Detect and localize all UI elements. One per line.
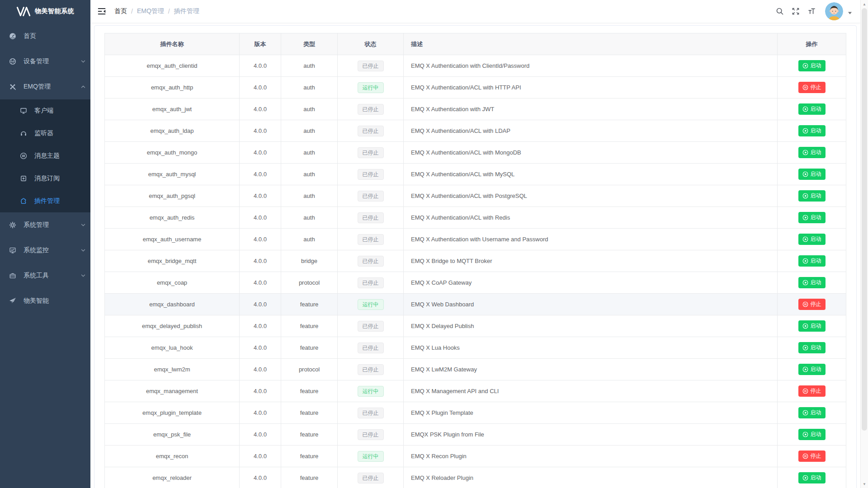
table-row: emqx_lua_hook4.0.0feature已停止EMQ X Lua Ho… — [105, 337, 846, 359]
actions-cell: 启动 — [778, 99, 846, 120]
sidebar-item-system-tools[interactable]: 系统工具 — [0, 263, 90, 288]
button-label: 停止 — [811, 388, 821, 394]
sidebar-item-wumei-smart[interactable]: 物美智能 — [0, 288, 90, 314]
sidebar-item-clients[interactable]: 客户端 — [0, 99, 90, 122]
pause-circle-icon — [802, 301, 808, 307]
top-navbar: 首页 / EMQ管理 / 插件管理 — [90, 0, 860, 23]
start-button[interactable]: 启动 — [798, 342, 826, 353]
breadcrumb-emq[interactable]: EMQ管理 — [137, 7, 164, 15]
caret-down-icon[interactable] — [848, 11, 852, 15]
play-circle-icon — [802, 366, 808, 372]
start-button[interactable]: 启动 — [798, 103, 826, 114]
scrollbar-up-icon[interactable]: ▲ — [861, 0, 868, 8]
breadcrumb: 首页 / EMQ管理 / 插件管理 — [114, 7, 199, 15]
sidebar-item-plugins[interactable]: 插件管理 — [0, 190, 90, 212]
type-cell: protocol — [281, 359, 338, 380]
sidebar-item-label: 系统工具 — [24, 272, 49, 280]
plugin-name-cell: emqx_auth_pgsql — [105, 185, 240, 207]
start-button[interactable]: 启动 — [798, 60, 826, 71]
sidebar-item-home[interactable]: 首页 — [0, 23, 90, 49]
play-circle-icon — [802, 280, 808, 286]
table-row: emqx_psk_file4.0.0feature已停止EMQX PSK Plu… — [105, 424, 846, 446]
play-circle-icon — [802, 63, 808, 69]
start-button[interactable]: 启动 — [798, 320, 826, 331]
app-logo[interactable]: 物美智能系统 — [0, 0, 90, 23]
col-header-version: 版本 — [240, 33, 281, 55]
scrollbar-down-icon[interactable]: ▼ — [861, 480, 868, 488]
type-cell: auth — [281, 142, 338, 164]
description-cell: EMQ X Authentication with JWT — [404, 99, 778, 120]
version-cell: 4.0.0 — [240, 250, 281, 272]
menu-collapse-icon[interactable] — [97, 7, 106, 16]
start-button[interactable]: 启动 — [798, 364, 826, 375]
chevron-up-icon — [80, 84, 86, 89]
sidebar-item-device-mgmt[interactable]: 设备管理 — [0, 49, 90, 74]
breadcrumb-home[interactable]: 首页 — [114, 7, 127, 15]
submenu-emq-mgmt: 客户端监听器消息主题消息订阅插件管理 — [0, 99, 90, 212]
play-circle-icon — [802, 475, 808, 481]
start-button[interactable]: 启动 — [798, 255, 826, 266]
play-circle-icon — [802, 215, 808, 221]
start-button[interactable]: 启动 — [798, 277, 826, 288]
sidebar-menu: 首页设备管理EMQ管理客户端监听器消息主题消息订阅插件管理系统管理系统监控系统工… — [0, 23, 90, 314]
status-cell: 运行中 — [338, 77, 404, 99]
plugin-name-cell: emqx_delayed_publish — [105, 315, 240, 337]
version-cell: 4.0.0 — [240, 424, 281, 446]
status-badge: 运行中 — [358, 82, 384, 93]
sidebar-item-system-monitor[interactable]: 系统监控 — [0, 238, 90, 263]
table-row: emqx_reloader4.0.0feature已停止EMQ X Reload… — [105, 467, 846, 488]
start-button[interactable]: 启动 — [798, 234, 826, 244]
chevron-down-icon — [80, 273, 86, 278]
type-cell: bridge — [281, 250, 338, 272]
status-cell: 已停止 — [338, 467, 404, 488]
version-cell: 4.0.0 — [240, 55, 281, 77]
play-circle-icon — [802, 432, 808, 437]
start-button[interactable]: 启动 — [798, 147, 826, 158]
start-button[interactable]: 启动 — [798, 190, 826, 201]
actions-cell: 停止 — [778, 446, 846, 467]
col-header-actions: 操作 — [778, 33, 846, 55]
actions-cell: 启动 — [778, 315, 846, 337]
start-button[interactable]: 启动 — [798, 472, 826, 483]
table-row: emqx_auth_redis4.0.0auth已停止EMQ X Authent… — [105, 207, 846, 229]
fullscreen-icon[interactable] — [792, 7, 800, 15]
start-button[interactable]: 启动 — [798, 125, 826, 136]
plugin-name-cell: emqx_dashboard — [105, 294, 240, 315]
search-icon[interactable] — [776, 7, 784, 15]
font-size-icon[interactable] — [807, 7, 816, 15]
client-monitor-icon — [20, 107, 27, 114]
sidebar-item-label: 物美智能 — [24, 297, 49, 305]
version-cell: 4.0.0 — [240, 294, 281, 315]
sidebar-item-subscriptions[interactable]: 消息订阅 — [0, 167, 90, 190]
stop-button[interactable]: 停止 — [798, 450, 826, 461]
start-button[interactable]: 启动 — [798, 212, 826, 223]
table-row: emqx_coap4.0.0protocol已停止EMQ X CoAP Gate… — [105, 272, 846, 294]
status-cell: 已停止 — [338, 337, 404, 359]
avatar[interactable] — [825, 2, 843, 20]
sidebar-item-system-mgmt[interactable]: 系统管理 — [0, 212, 90, 238]
start-button[interactable]: 启动 — [798, 429, 826, 440]
status-cell: 已停止 — [338, 402, 404, 424]
scrollbar-thumb[interactable] — [862, 8, 867, 431]
type-cell: feature — [281, 337, 338, 359]
play-circle-icon — [802, 106, 808, 112]
stop-button[interactable]: 停止 — [798, 385, 826, 396]
start-button[interactable]: 启动 — [798, 169, 826, 179]
button-label: 启动 — [811, 366, 821, 372]
table-row: emqx_recon4.0.0feature运行中EMQ X Recon Plu… — [105, 446, 846, 467]
sidebar-item-topics[interactable]: 消息主题 — [0, 145, 90, 167]
actions-cell: 启动 — [778, 229, 846, 250]
version-cell: 4.0.0 — [240, 99, 281, 120]
sidebar-item-emq-mgmt[interactable]: EMQ管理 — [0, 74, 90, 99]
stop-button[interactable]: 停止 — [798, 299, 826, 310]
status-cell: 已停止 — [338, 120, 404, 142]
button-label: 停止 — [811, 84, 821, 90]
window-scrollbar[interactable]: ▲ ▼ — [860, 0, 868, 488]
start-button[interactable]: 启动 — [798, 407, 826, 418]
stop-button[interactable]: 停止 — [798, 82, 826, 93]
sidebar-item-listeners[interactable]: 监听器 — [0, 122, 90, 145]
user-menu[interactable] — [825, 2, 852, 20]
plugin-name-cell: emqx_lua_hook — [105, 337, 240, 359]
type-cell: auth — [281, 185, 338, 207]
pause-circle-icon — [802, 453, 808, 459]
